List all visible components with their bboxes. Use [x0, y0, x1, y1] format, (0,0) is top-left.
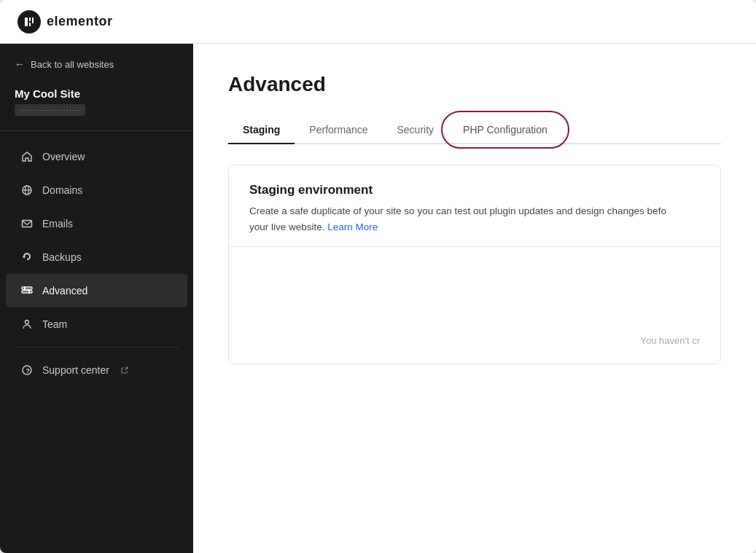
logo-icon	[17, 10, 41, 34]
svg-point-12	[26, 321, 29, 324]
sidebar-item-emails[interactable]: Emails	[6, 207, 187, 240]
nav-divider	[15, 347, 179, 348]
svg-rect-0	[25, 17, 28, 26]
team-icon	[20, 318, 34, 331]
card-body: You haven't cr	[229, 247, 720, 364]
tab-security[interactable]: Security	[383, 117, 449, 144]
svg-rect-2	[29, 23, 31, 26]
sidebar: ← Back to all websites My Cool Site ····…	[0, 44, 193, 553]
learn-more-link[interactable]: Learn More	[327, 221, 378, 232]
site-name: My Cool Site	[15, 87, 179, 100]
sidebar-item-emails-label: Emails	[42, 218, 73, 230]
back-link-label: Back to all websites	[31, 59, 114, 70]
card-desc-text: Create a safe duplicate of your site so …	[249, 205, 666, 216]
svg-rect-3	[32, 17, 34, 23]
svg-rect-11	[28, 290, 30, 294]
card-title: Staging environment	[249, 183, 700, 197]
site-url: ·····················	[15, 104, 85, 116]
main-layout: ← Back to all websites My Cool Site ····…	[0, 44, 756, 553]
tabs-bar: Staging Performance Security PHP Configu…	[228, 117, 721, 144]
main-content: Advanced Staging Performance Security PH…	[193, 44, 756, 553]
tab-php-configuration[interactable]: PHP Configuration	[448, 117, 562, 144]
logo-text: elementor	[47, 14, 113, 29]
tab-staging[interactable]: Staging	[228, 117, 295, 144]
support-icon: ?	[20, 364, 34, 377]
sidebar-item-support-label: Support center	[42, 364, 109, 376]
back-arrow-icon: ←	[15, 58, 25, 70]
site-info: My Cool Site ·····················	[0, 82, 193, 131]
sidebar-item-overview-label: Overview	[42, 151, 85, 162]
tab-performance[interactable]: Performance	[295, 117, 382, 144]
sidebar-item-advanced-label: Advanced	[42, 285, 87, 297]
logo: elementor	[17, 10, 113, 34]
nav-list: Overview Domains	[0, 131, 193, 553]
svg-text:?: ?	[26, 367, 31, 374]
sidebar-item-advanced[interactable]: Advanced	[6, 274, 187, 307]
app-window: elementor ← Back to all websites My Cool…	[0, 0, 756, 553]
svg-rect-10	[24, 286, 26, 290]
svg-rect-7	[23, 221, 32, 227]
sidebar-item-support[interactable]: ? Support center	[6, 353, 187, 387]
svg-rect-1	[29, 17, 31, 21]
topbar: elementor	[0, 0, 756, 44]
external-link-icon	[121, 366, 128, 374]
staging-card: Staging environment Create a safe duplic…	[228, 165, 721, 364]
sidebar-item-team[interactable]: Team	[6, 307, 187, 341]
card-desc-text2: your live website.	[249, 221, 325, 232]
page-title: Advanced	[228, 73, 721, 96]
sidebar-item-team-label: Team	[42, 318, 67, 330]
empty-state-text: You haven't cr	[640, 335, 700, 346]
back-to-websites-link[interactable]: ← Back to all websites	[0, 44, 193, 82]
sidebar-item-domains[interactable]: Domains	[6, 173, 187, 207]
sidebar-item-domains-label: Domains	[42, 184, 82, 196]
sidebar-item-backups-label: Backups	[42, 251, 82, 263]
sidebar-item-overview[interactable]: Overview	[6, 140, 187, 173]
home-icon	[20, 150, 34, 163]
sidebar-item-backups[interactable]: Backups	[6, 240, 187, 274]
backups-icon	[20, 251, 34, 264]
svg-rect-8	[22, 287, 32, 289]
email-icon	[20, 217, 34, 230]
svg-rect-9	[22, 291, 32, 293]
card-header: Staging environment Create a safe duplic…	[229, 165, 720, 247]
card-description: Create a safe duplicate of your site so …	[249, 203, 700, 235]
advanced-icon	[20, 284, 34, 297]
globe-icon	[20, 184, 34, 197]
